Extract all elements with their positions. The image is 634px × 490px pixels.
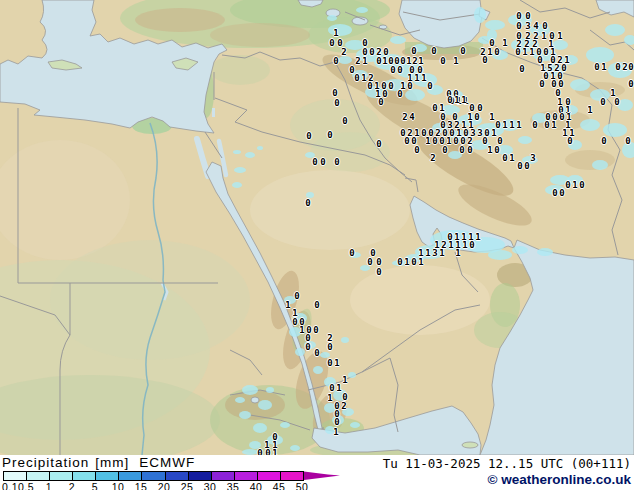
legend-title: Precipitation[mm]ECMWF [2, 455, 195, 470]
color-scale-bar [3, 471, 304, 481]
scale-tick-label: 5 [92, 481, 98, 490]
scale-labels: 0.10.5125101520253035404550 [3, 481, 343, 490]
scale-segment [258, 472, 281, 480]
scale-tick-label: 0.1 [2, 481, 18, 490]
scale-segment [4, 472, 27, 480]
scale-segment [119, 472, 142, 480]
scale-tick-label: 45 [273, 481, 286, 490]
scale-tick-label: 20 [158, 481, 171, 490]
scale-segment [27, 472, 50, 480]
scale-segment [73, 472, 96, 480]
scale-segment [50, 472, 73, 480]
masirah-island [462, 442, 478, 448]
legend-bar: Precipitation[mm]ECMWF 0.10.512510152025… [0, 455, 634, 490]
scale-segment [166, 472, 189, 480]
weather-map-page: 1000200200210100012101000000121110100100… [0, 0, 634, 490]
scale-overflow-arrow [304, 471, 342, 481]
color-scale: 0.10.5125101520253035404550 [3, 471, 348, 490]
scale-tick-label: 25 [181, 481, 194, 490]
scale-segment [96, 472, 119, 480]
scale-segment [235, 472, 258, 480]
scale-tick-label: 15 [135, 481, 148, 490]
scale-tick-label: 1 [46, 481, 52, 490]
scale-tick-label: 50 [296, 481, 309, 490]
scale-tick-label: 2 [69, 481, 75, 490]
dead-sea [212, 108, 215, 117]
valid-time-label: Tu 11-03-2025 12..15 UTC (00+111) [383, 456, 631, 471]
legend-parameter-label: Precipitation [2, 455, 89, 470]
scale-tick-label: 30 [204, 481, 217, 490]
lake-tana [251, 397, 259, 403]
legend-unit-label: [mm] [95, 455, 129, 470]
legend-model-label: ECMWF [139, 455, 195, 470]
scale-tick-label: 40 [250, 481, 263, 490]
scale-segment [212, 472, 235, 480]
scale-segment [281, 472, 303, 480]
copyright-link[interactable]: © weatheronline.co.uk [488, 472, 631, 487]
map-canvas: 1000200200210100012101000000121110100100… [0, 0, 634, 455]
scale-tick-label: 10 [112, 481, 125, 490]
scale-tick-label: 0.5 [18, 481, 34, 490]
scale-tick-label: 35 [227, 481, 240, 490]
scale-segment [189, 472, 212, 480]
scale-segment [142, 472, 165, 480]
map-svg [0, 0, 634, 455]
